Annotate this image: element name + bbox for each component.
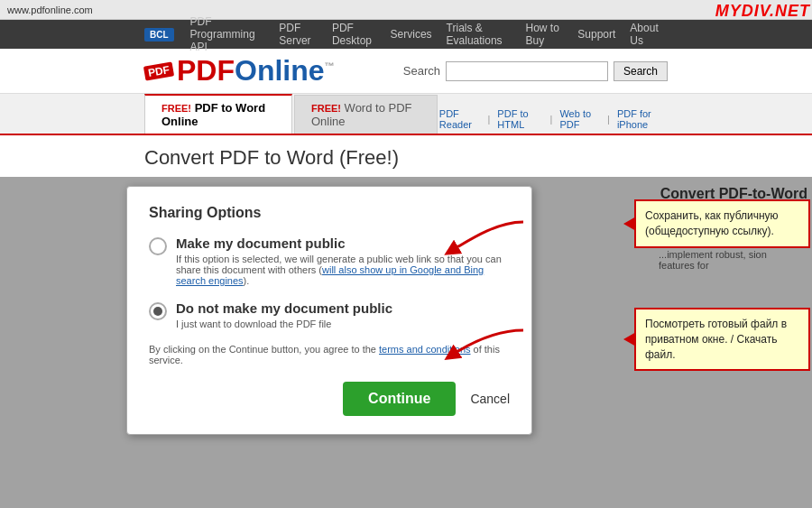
logo-tm: ™ <box>325 60 335 71</box>
continue-button[interactable]: Continue <box>343 382 456 416</box>
bcl-logo: BCL <box>144 28 174 42</box>
url-bar: www.pdfonline.com <box>7 5 93 15</box>
cancel-button[interactable]: Cancel <box>470 392 510 406</box>
option-public-content: Make my document public If this option i… <box>176 236 510 286</box>
search-area: Search Search <box>403 61 668 81</box>
nav-support[interactable]: Support <box>577 28 615 41</box>
terms-line: By clicking on the Continue button, you … <box>149 344 510 365</box>
radio-private-dot <box>153 307 162 316</box>
top-nav: BCL PDF Programming API PDF Server PDF D… <box>0 20 812 49</box>
option-public[interactable]: Make my document public If this option i… <box>149 236 510 286</box>
nav-about-us[interactable]: About Us <box>630 22 660 47</box>
nav-pdf-api[interactable]: PDF Programming API <box>190 15 265 53</box>
tooltip2-arrow <box>623 332 636 346</box>
option-public-desc: If this option is selected, we will gene… <box>176 254 510 286</box>
tooltip-private: Посмотреть готовый файл в приватном окне… <box>634 308 810 371</box>
option-private[interactable]: Do not make my document public I just wa… <box>149 300 510 329</box>
logo-bar: PDF PDFOnline™ Search Search <box>0 49 812 94</box>
browser-bar: www.pdfonline.com <box>0 0 812 20</box>
main-content: Convert PDF-to-Word ““ Best handling... … <box>0 177 812 508</box>
nav-trials[interactable]: Trials & Evaluations <box>447 22 512 47</box>
nav-services[interactable]: Services <box>391 28 432 41</box>
tooltip1-arrow <box>623 217 636 231</box>
option-public-label: Make my document public <box>176 236 510 251</box>
option-private-desc: I just want to download the PDF file <box>176 319 392 329</box>
search-button[interactable]: Search <box>614 61 668 81</box>
pdf-icon: PDF <box>143 61 174 80</box>
sep1: | <box>488 114 491 125</box>
radio-public[interactable] <box>149 237 167 255</box>
page-title: Convert PDF to Word (Free!) <box>144 146 668 170</box>
nav-pdf-desktop[interactable]: PDF Desktop <box>332 22 376 47</box>
tooltip2-text: Посмотреть готовый файл в приватном окне… <box>645 318 787 361</box>
search-input[interactable] <box>446 61 608 81</box>
tab2-free: FREE! <box>311 103 341 114</box>
quicklink-web-pdf[interactable]: Web to PDF <box>559 108 600 130</box>
radio-private[interactable] <box>149 302 167 320</box>
sep3: | <box>607 114 610 125</box>
quick-links: PDF Reader | PDF to HTML | Web to PDF | … <box>439 108 668 134</box>
terms-pre: By clicking on the Continue button, you … <box>149 344 376 355</box>
google-bing-link[interactable]: will also show up in Google and Bing sea… <box>176 264 484 286</box>
option-private-content: Do not make my document public I just wa… <box>176 300 392 329</box>
site-logo: PDF PDFOnline™ <box>144 54 335 88</box>
quicklink-pdf-html[interactable]: PDF to HTML <box>497 108 542 130</box>
logo-online: Online <box>235 54 325 87</box>
dialog-title: Sharing Options <box>149 205 510 221</box>
sep2: | <box>550 114 553 125</box>
tooltip-public: Сохранить, как публичную (общедоступную … <box>634 199 810 248</box>
watermark: MYDIV.NET <box>715 2 810 21</box>
quicklink-pdf-reader[interactable]: PDF Reader <box>439 108 481 130</box>
tab-bar: FREE! PDF to Word Online FREE! Word to P… <box>0 94 812 135</box>
tab-word-to-pdf[interactable]: FREE! Word to PDF Online <box>294 95 438 134</box>
logo-name-part: PDFOnline™ <box>177 54 335 88</box>
page-title-bar: Convert PDF to Word (Free!) <box>0 135 812 177</box>
nav-how-to-buy[interactable]: How to Buy <box>526 22 564 47</box>
tab-pdf-to-word[interactable]: FREE! PDF to Word Online <box>144 94 292 134</box>
tab1-free: FREE! <box>161 103 191 114</box>
option-private-label: Do not make my document public <box>176 300 392 316</box>
tooltip1-text: Сохранить, как публичную (общедоступную … <box>645 209 779 237</box>
sharing-dialog: Sharing Options Make my document public … <box>126 186 532 435</box>
modal-overlay: Sharing Options Make my document public … <box>0 177 812 508</box>
quicklink-pdf-iphone[interactable]: PDF for iPhone <box>617 108 668 130</box>
nav-pdf-server[interactable]: PDF Server <box>279 22 318 47</box>
terms-link[interactable]: terms and conditions <box>379 344 471 355</box>
dialog-buttons: Continue Cancel <box>149 382 510 416</box>
logo-name-bold: PDF <box>177 54 235 87</box>
search-label: Search <box>403 64 440 78</box>
